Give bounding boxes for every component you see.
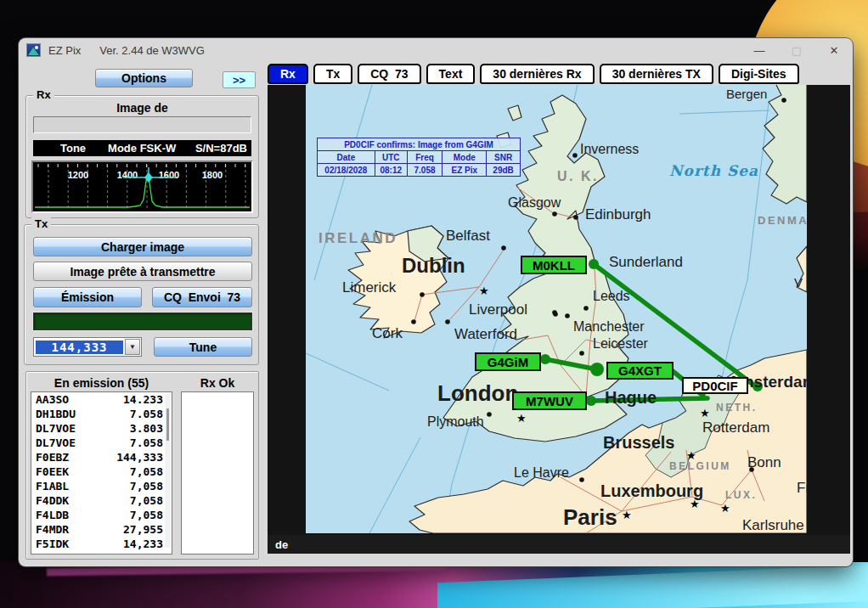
map-label-v: V <box>794 276 803 289</box>
en-emission-list[interactable]: AA3SO14.233DH1BDU7.058DL7VOE3.803DL7VOE7… <box>31 391 172 555</box>
capital-star-icon: ★ <box>516 413 527 424</box>
station-row[interactable]: F4DDK7,058 <box>31 493 172 508</box>
image-de-label: Image de <box>26 101 258 115</box>
cq-envoi-73-button[interactable]: CQ Envoi 73 <box>152 287 252 307</box>
confirm-cell: 08:12 <box>375 164 407 177</box>
map-label-limerick: Limerick <box>342 280 396 295</box>
tone-status-bar: Tone Mode FSK-W S/N=87dB <box>33 140 251 156</box>
station-row[interactable]: F0EEK7,058 <box>31 464 172 479</box>
station-row[interactable]: F4LDB7,058 <box>31 508 172 522</box>
map-label-leicester: Leicester <box>593 337 648 351</box>
tx-progress-bar <box>33 312 252 330</box>
close-icon[interactable]: ✕ <box>815 38 853 62</box>
callsign-label-g4xgt: G4XGT <box>606 362 674 380</box>
image-ready-button[interactable]: Image prête à transmettre <box>33 262 252 281</box>
spectrum-display[interactable]: 1200140016001800 <box>31 160 253 213</box>
tone-label: Tone <box>60 142 86 155</box>
station-callsign: F1ABL <box>36 479 69 493</box>
map-label-belfast: Belfast <box>446 228 490 243</box>
map-label-manchester: Manchester <box>573 320 645 334</box>
tx-group: Tx Charger image Image prête à transmett… <box>24 224 259 365</box>
station-row[interactable]: F0EBZ144,333 <box>31 450 172 464</box>
ezpix-window: EZ PixVer. 2.44 de W3WVG — ▢ ✕ Options >… <box>19 38 853 566</box>
maximize-icon: ▢ <box>778 38 815 62</box>
map-label-uk: U. K. <box>557 170 599 183</box>
station-row[interactable]: F4MDR27,955 <box>31 522 172 537</box>
capital-star-icon: ★ <box>686 450 696 461</box>
tab-tx[interactable]: Tx <box>313 64 352 84</box>
map-label-neth: NETH. <box>716 403 758 413</box>
tab-strip: RxTxCQ 73Text30 dernières Rx30 dernières… <box>268 64 799 84</box>
map-label-waterford: Waterford <box>454 327 517 341</box>
confirm-cell: EZ Pix <box>442 164 487 177</box>
expand-button[interactable]: >> <box>223 71 256 88</box>
mode-label: Mode FSK-W <box>108 142 176 155</box>
spectrum-tick-label: 1600 <box>159 170 179 180</box>
frequency-combo[interactable]: 144,333 ▼ <box>33 337 142 357</box>
confirm-col-header: UTC <box>375 151 407 164</box>
capital-star-icon: ★ <box>622 509 632 521</box>
tab-30-dernières-rx[interactable]: 30 dernières Rx <box>480 64 594 84</box>
map-label-glasgow: Glasgow <box>508 196 561 210</box>
station-frequency: 7,058 <box>130 508 163 522</box>
map-label-inverness: Inverness <box>580 143 639 156</box>
window-title: EZ PixVer. 2.44 de W3WVG <box>48 44 205 57</box>
callsign-label-g4gim: G4GiM <box>475 352 541 371</box>
map-label-karlsruhe: Karlsruhe <box>742 518 804 532</box>
station-row[interactable]: DL7VOE7.058 <box>31 436 172 450</box>
tab-digi-sites[interactable]: Digi-Sites <box>719 64 799 84</box>
en-emission-header: En emission (55) <box>31 376 172 390</box>
map-label-hague: Hague <box>605 389 657 406</box>
callsign-label-pd0cif: PD0CIF <box>682 377 748 394</box>
confirm-cell: 02/18/2028 <box>318 164 375 177</box>
scrollbar[interactable] <box>165 393 171 548</box>
title-bar[interactable]: EZ PixVer. 2.44 de W3WVG — ▢ ✕ <box>19 38 853 62</box>
snr-label: S/N=87dB <box>195 142 247 155</box>
map-label-plymouth: Plymouth <box>427 415 484 429</box>
tab-rx[interactable]: Rx <box>268 64 308 84</box>
station-callsign: DL7VOE <box>36 421 76 436</box>
station-row[interactable]: AA3SO14.233 <box>31 392 172 407</box>
tab-text[interactable]: Text <box>426 64 476 84</box>
station-frequency: 7.058 <box>130 436 163 450</box>
scrollbar-thumb[interactable] <box>166 408 169 441</box>
map-label-cork: Cork <box>372 326 403 341</box>
emission-button[interactable]: Émission <box>33 287 142 307</box>
capital-star-icon: ★ <box>479 285 489 296</box>
station-frequency: 3.803 <box>130 421 163 436</box>
station-callsign: F4MDR <box>36 522 69 537</box>
load-image-button[interactable]: Charger image <box>33 237 252 256</box>
callsign-label-m0kll: M0KLL <box>521 256 587 274</box>
frequency-value[interactable]: 144,333 <box>36 341 123 354</box>
image-de-field[interactable] <box>33 116 251 133</box>
map-label-northsea: North Sea <box>669 164 758 178</box>
map-panel: BergenInvernessU. K.North SeaDENMARKVGla… <box>268 85 850 535</box>
tune-button[interactable]: Tune <box>154 337 252 357</box>
map-label-brussels: Brussels <box>603 434 675 451</box>
map-label-ireland: IRELAND <box>318 231 397 245</box>
map-label-luxembourg: Luxembourg <box>600 482 703 499</box>
app-version: Ver. 2.44 de W3WVG <box>99 44 205 57</box>
map-label-sunderland: Sunderland <box>609 255 683 269</box>
tab-30-dernières-tx[interactable]: 30 dernières TX <box>600 64 713 84</box>
minimize-icon[interactable]: — <box>741 38 778 62</box>
map-label-lux: LUX. <box>725 490 757 500</box>
station-row[interactable]: DH1BDU7.058 <box>31 407 172 421</box>
map-label-lehavre: Le Havre <box>514 466 569 480</box>
options-button[interactable]: Options <box>95 69 193 87</box>
station-row[interactable]: DL7VOE3.803 <box>31 421 172 436</box>
station-frequency: 7.058 <box>130 407 163 421</box>
received-map-image: BergenInvernessU. K.North SeaDENMARKVGla… <box>306 85 807 533</box>
station-callsign: F5IDK <box>36 537 69 551</box>
confirm-col-header: Date <box>318 151 375 164</box>
station-callsign: AA3SO <box>36 392 69 407</box>
tab-cq-73[interactable]: CQ 73 <box>358 64 420 84</box>
map-label-leeds: Leeds <box>593 290 630 303</box>
station-row[interactable]: F5IDK14,233 <box>31 537 172 551</box>
rx-group: Rx Image de Tone Mode FSK-W S/N=87dB 120… <box>25 95 259 218</box>
station-row[interactable]: F1ABL7,058 <box>31 479 172 493</box>
spectrum-tick-label: 1400 <box>117 170 138 180</box>
confirm-table: PD0CIF confirms: Image from G4GIM DateUT… <box>317 138 521 177</box>
rx-ok-list[interactable] <box>181 391 254 555</box>
chevron-down-icon[interactable]: ▼ <box>125 339 140 355</box>
